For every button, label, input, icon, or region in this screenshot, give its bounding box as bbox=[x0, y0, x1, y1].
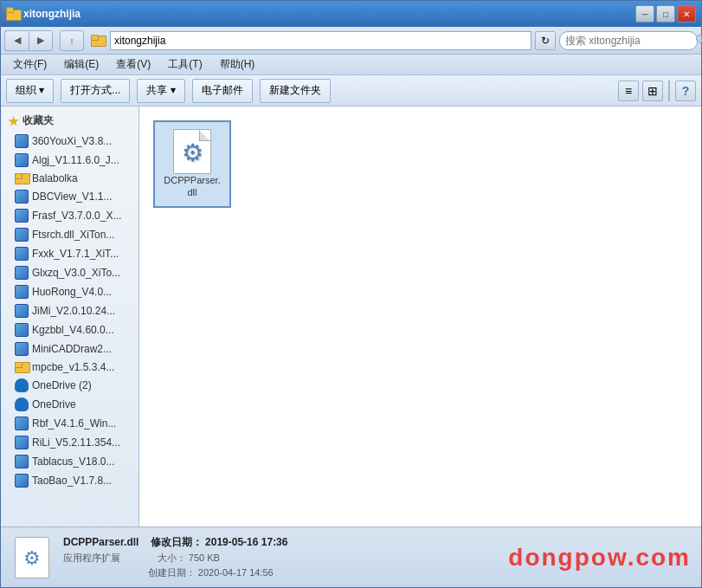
sidebar-item-huorong[interactable]: HuoRong_V4.0... bbox=[1, 282, 138, 301]
refresh-button[interactable]: ↻ bbox=[535, 31, 556, 50]
sidebar-label-minicad: MiniCADDraw2... bbox=[32, 343, 112, 355]
sidebar-item-fxxk[interactable]: Fxxk_V1.7.1_XiT... bbox=[1, 244, 138, 263]
sidebar-section-favorites: ★ 收藏夹 bbox=[1, 110, 138, 132]
status-modify-label: 修改日期： bbox=[151, 536, 203, 548]
sidebar-item-taobao[interactable]: TaoBao_V1.7.8... bbox=[1, 471, 138, 490]
sidebar-label-tablacus: Tablacus_V18.0... bbox=[32, 456, 114, 468]
sidebar-item-glxzq[interactable]: Glxzq_V3.0_XiTo... bbox=[1, 263, 138, 282]
app-icon-kgzbbl bbox=[15, 323, 29, 337]
file-label: DCPPParser.dll bbox=[162, 174, 222, 199]
help-button[interactable]: ? bbox=[675, 81, 696, 101]
forward-button[interactable]: ▶ bbox=[29, 30, 53, 51]
sidebar-label-360youxi: 360YouXi_V3.8... bbox=[32, 135, 112, 147]
sidebar-label-onedrive2: OneDrive (2) bbox=[32, 379, 92, 391]
toolbar-right: ≡ ⊞ ? bbox=[618, 81, 696, 101]
main-area: ★ 收藏夹 360YouXi_V3.8... Algj_V1.11.6.0_J.… bbox=[1, 107, 701, 527]
menu-tools[interactable]: 工具(T) bbox=[163, 55, 207, 74]
sidebar-item-minicad[interactable]: MiniCADDraw2... bbox=[1, 339, 138, 359]
search-input[interactable] bbox=[565, 35, 695, 47]
status-create-line: 创建日期： 2020-04-17 14:56 bbox=[63, 566, 498, 579]
sidebar-item-ftsrch[interactable]: Ftsrch.dll_XiTon... bbox=[1, 225, 138, 244]
app-icon-minicad bbox=[15, 342, 29, 356]
sidebar-label-dbcview: DBCView_V1.1... bbox=[32, 191, 113, 203]
sidebar-label-huorong: HuoRong_V4.0... bbox=[32, 286, 112, 298]
sidebar-label-algj: Algj_V1.11.6.0_J... bbox=[32, 154, 119, 166]
app-icon-algj bbox=[15, 153, 29, 167]
menu-file[interactable]: 文件(F) bbox=[8, 55, 52, 74]
view-details-button[interactable]: ⊞ bbox=[642, 81, 663, 101]
title-buttons: ─ □ ✕ bbox=[635, 5, 696, 23]
sidebar-item-tablacus[interactable]: Tablacus_V18.0... bbox=[1, 452, 138, 471]
favorites-star-icon: ★ bbox=[8, 114, 19, 128]
app-icon-frasf bbox=[15, 209, 29, 223]
window-title: xitongzhijia bbox=[23, 8, 81, 20]
search-icon[interactable]: 🔍 bbox=[695, 34, 702, 48]
open-with-button[interactable]: 打开方式... bbox=[61, 79, 130, 103]
sidebar: ★ 收藏夹 360YouXi_V3.8... Algj_V1.11.6.0_J.… bbox=[1, 107, 139, 527]
sidebar-label-taobao: TaoBao_V1.7.8... bbox=[32, 475, 112, 487]
status-create-date: 2020-04-17 14:56 bbox=[198, 567, 274, 578]
sidebar-label-rbf: Rbf_V4.1.6_Win... bbox=[32, 417, 116, 430]
view-toggle-button[interactable]: ≡ bbox=[618, 81, 639, 101]
app-icon-taobao bbox=[15, 474, 29, 488]
sidebar-label-glxzq: Glxzq_V3.0_XiTo... bbox=[32, 267, 120, 279]
title-folder-icon bbox=[6, 7, 20, 21]
status-file-icon: ⚙ bbox=[11, 537, 53, 578]
sidebar-label-balabolka: Balabolka bbox=[32, 172, 78, 184]
app-icon-glxzq bbox=[15, 266, 29, 280]
app-icon-ftsrch bbox=[15, 228, 29, 242]
gear-icon: ⚙ bbox=[182, 139, 203, 167]
address-input-wrap[interactable] bbox=[110, 31, 531, 50]
sidebar-item-kgzbbl[interactable]: Kgzbbl_V4.60.0... bbox=[1, 320, 138, 339]
address-input[interactable] bbox=[114, 35, 527, 47]
folder-icon-balabolka bbox=[15, 173, 29, 184]
maximize-button[interactable]: □ bbox=[656, 5, 675, 23]
file-item-dcppparser[interactable]: ⚙ DCPPParser.dll bbox=[153, 120, 231, 208]
window: xitongzhijia ─ □ ✕ ◀ ▶ ↑ ↻ 🔍 文件(F) 编辑(E)… bbox=[0, 0, 702, 588]
menu-view[interactable]: 查看(V) bbox=[111, 55, 156, 74]
status-bar: ⚙ DCPPParser.dll 修改日期： 2019-05-16 17:36 … bbox=[1, 527, 701, 587]
title-bar: xitongzhijia ─ □ ✕ bbox=[1, 1, 701, 27]
sidebar-item-onedrive[interactable]: OneDrive bbox=[1, 395, 138, 414]
menu-help[interactable]: 帮助(H) bbox=[215, 55, 261, 74]
sidebar-item-rbf[interactable]: Rbf_V4.1.6_Win... bbox=[1, 414, 138, 433]
nav-button-group: ◀ ▶ bbox=[4, 30, 53, 51]
sidebar-item-mpcbe[interactable]: mpcbe_v1.5.3.4... bbox=[1, 359, 138, 376]
search-wrap[interactable]: 🔍 bbox=[559, 31, 698, 50]
up-button[interactable]: ↑ bbox=[60, 30, 84, 51]
close-button[interactable]: ✕ bbox=[677, 5, 696, 23]
app-icon-huorong bbox=[15, 285, 29, 299]
cloud-icon-onedrive bbox=[15, 397, 29, 411]
status-modify-date: 2019-05-16 17:36 bbox=[205, 536, 287, 548]
sidebar-label-fxxk: Fxxk_V1.7.1_XiT... bbox=[32, 248, 119, 260]
new-folder-button[interactable]: 新建文件夹 bbox=[260, 79, 331, 103]
status-create-label: 创建日期： bbox=[148, 567, 196, 578]
sidebar-label-ftsrch: Ftsrch.dll_XiTon... bbox=[32, 229, 114, 241]
address-bar: ◀ ▶ ↑ ↻ 🔍 bbox=[1, 27, 701, 55]
sidebar-item-dbcview[interactable]: DBCView_V1.1... bbox=[1, 187, 138, 206]
organize-button[interactable]: 组织 ▾ bbox=[6, 79, 54, 103]
sidebar-label-mpcbe: mpcbe_v1.5.3.4... bbox=[32, 361, 114, 373]
toolbar-divider bbox=[668, 81, 670, 101]
app-icon-dbcview bbox=[15, 190, 29, 204]
menu-edit[interactable]: 编辑(E) bbox=[59, 55, 104, 74]
sidebar-label-rili: RiLi_V5.2.11.354... bbox=[32, 436, 120, 449]
sidebar-item-360youxi[interactable]: 360YouXi_V3.8... bbox=[1, 132, 138, 151]
sidebar-item-balabolka[interactable]: Balabolka bbox=[1, 170, 138, 187]
sidebar-section-label: 收藏夹 bbox=[23, 113, 54, 128]
cloud-icon-onedrive2 bbox=[15, 378, 29, 392]
sidebar-item-frasf[interactable]: Frasf_V3.7.0.0_X... bbox=[1, 206, 138, 225]
back-button[interactable]: ◀ bbox=[4, 30, 29, 51]
sidebar-item-onedrive2[interactable]: OneDrive (2) bbox=[1, 376, 138, 395]
sidebar-item-rili[interactable]: RiLi_V5.2.11.354... bbox=[1, 433, 138, 452]
status-size-label: 大小： bbox=[158, 552, 186, 563]
sidebar-label-frasf: Frasf_V3.7.0.0_X... bbox=[32, 210, 121, 222]
app-icon-tablacus bbox=[15, 455, 29, 468]
sidebar-item-jimi[interactable]: JiMi_V2.0.10.24... bbox=[1, 301, 138, 320]
minimize-button[interactable]: ─ bbox=[635, 5, 654, 23]
sidebar-item-algj[interactable]: Algj_V1.11.6.0_J... bbox=[1, 151, 138, 170]
email-button[interactable]: 电子邮件 bbox=[192, 79, 253, 103]
share-button[interactable]: 共享 ▾ bbox=[137, 79, 184, 103]
sidebar-label-jimi: JiMi_V2.0.10.24... bbox=[32, 305, 115, 317]
status-filename: DCPPParser.dll 修改日期： 2019-05-16 17:36 bbox=[63, 535, 498, 550]
